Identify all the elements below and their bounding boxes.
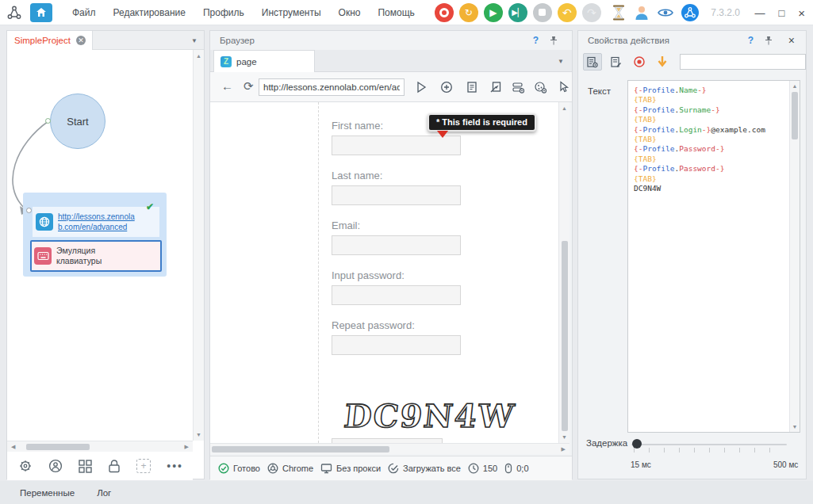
load-all-check-icon bbox=[388, 463, 399, 474]
profile-user-icon[interactable] bbox=[633, 4, 650, 21]
down-arrow-icon bbox=[657, 55, 668, 68]
refresh-icon[interactable]: ⟳ bbox=[244, 79, 254, 94]
editor-vertical-scrollbar[interactable]: ▲ ▼ bbox=[789, 81, 800, 432]
lock-icon[interactable] bbox=[108, 459, 121, 473]
record-button[interactable] bbox=[435, 3, 454, 22]
form-text-input[interactable] bbox=[332, 285, 461, 305]
status-load-mode[interactable]: Загружать все bbox=[388, 463, 461, 474]
clear-cache-icon[interactable] bbox=[512, 81, 524, 94]
page-tools-icon[interactable] bbox=[489, 81, 502, 94]
menu-item[interactable]: Окно bbox=[330, 0, 370, 25]
stop-button[interactable] bbox=[533, 3, 552, 22]
project-tab[interactable]: SimpleProject ✕ bbox=[7, 31, 93, 50]
undo-button[interactable]: ↶ bbox=[558, 3, 577, 22]
close-panel-icon[interactable]: × bbox=[788, 34, 795, 47]
browser-vertical-scrollbar[interactable]: ▲ ▼ bbox=[558, 102, 569, 443]
comment-view-button[interactable] bbox=[607, 53, 626, 71]
browser-toolbar: ← ⟳ bbox=[210, 72, 572, 102]
tabs-dropdown-icon[interactable]: ▼ bbox=[558, 58, 564, 65]
record-dot-icon bbox=[633, 55, 646, 68]
toolbar-misc bbox=[611, 3, 700, 22]
form-text-input[interactable] bbox=[332, 235, 461, 255]
browser-panel-title: Браузер bbox=[220, 36, 255, 45]
start-node[interactable]: Start bbox=[50, 94, 105, 149]
help-icon[interactable]: ? bbox=[533, 35, 539, 46]
code-line: {TAB} bbox=[634, 95, 790, 105]
maximize-button[interactable]: □ bbox=[778, 7, 784, 19]
project-horizontal-scrollbar[interactable]: ◀ ▶ bbox=[7, 441, 193, 452]
pin-icon[interactable] bbox=[550, 36, 558, 45]
goto-url-node[interactable]: http://lessons.zennola b.com/en/advanced bbox=[33, 207, 159, 237]
page-source-icon[interactable] bbox=[466, 81, 478, 94]
code-line: {TAB} bbox=[634, 135, 790, 144]
help-icon[interactable]: ? bbox=[748, 35, 754, 46]
close-button[interactable]: × bbox=[798, 6, 805, 20]
menu-item[interactable]: Файл bbox=[63, 0, 105, 25]
add-tab-icon[interactable] bbox=[440, 81, 453, 94]
status-proxy[interactable]: Без прокси bbox=[320, 463, 381, 474]
delay-slider-track[interactable] bbox=[631, 444, 787, 445]
settings-gear-icon[interactable] bbox=[18, 459, 33, 473]
bottom-tab[interactable]: Лог bbox=[97, 488, 111, 498]
properties-view-button[interactable] bbox=[583, 53, 602, 71]
menu-item[interactable]: Помощь bbox=[369, 0, 423, 25]
form-field-label: Last name: bbox=[332, 170, 461, 181]
goto-url-node-label[interactable]: http://lessons.zennola b.com/en/advanced bbox=[58, 212, 135, 232]
form-field-label: Repeat password: bbox=[332, 319, 461, 331]
minimize-button[interactable]: — bbox=[754, 7, 765, 19]
apply-down-button[interactable] bbox=[654, 53, 673, 71]
start-connector-dot[interactable] bbox=[45, 118, 51, 124]
tab-close-icon[interactable]: ✕ bbox=[76, 36, 86, 45]
code-line: {-Profile.Password-} bbox=[634, 164, 790, 174]
form-text-input[interactable] bbox=[332, 335, 461, 355]
profile-circle-icon[interactable] bbox=[48, 459, 63, 473]
flow-canvas[interactable]: Start http://lessons.zennola b.com/en/ad… bbox=[7, 50, 193, 441]
modules-grid-icon[interactable] bbox=[79, 460, 92, 473]
project-vertical-scrollbar[interactable]: ▲ ▼ bbox=[193, 50, 204, 441]
play-button[interactable]: ▶ bbox=[484, 3, 503, 22]
form-field-group: Last name: bbox=[332, 170, 461, 205]
browser-statusbar: Готово Chrome Без прокси Загружать в bbox=[210, 456, 572, 480]
url-input[interactable] bbox=[259, 78, 405, 96]
keyboard-text-editor[interactable]: {-Profile.Name-}{TAB}{-Profile.Surname-}… bbox=[627, 80, 800, 433]
browser-horizontal-scrollbar[interactable]: ▶ bbox=[210, 443, 569, 454]
record-action-button[interactable] bbox=[630, 53, 649, 71]
form-text-input[interactable] bbox=[332, 136, 461, 155]
browser-panel: Браузер ? Z page ▼ ← ⟳ bbox=[209, 30, 573, 479]
restart-button[interactable]: ↻ bbox=[459, 3, 478, 22]
bottom-tab[interactable]: Переменные bbox=[20, 488, 75, 498]
app-window: ФайлРедактированиеПрофильИнструментыОкно… bbox=[0, 0, 813, 504]
menu-item[interactable]: Редактирование bbox=[105, 0, 194, 25]
properties-search-input[interactable] bbox=[680, 54, 806, 70]
chrome-icon bbox=[267, 463, 278, 474]
pin-icon[interactable] bbox=[765, 36, 773, 45]
menu-item[interactable]: Инструменты bbox=[253, 0, 330, 25]
add-action-icon[interactable]: + bbox=[136, 459, 151, 473]
validation-tooltip-arrow bbox=[437, 131, 448, 138]
run-page-icon[interactable] bbox=[415, 81, 428, 94]
redo-button[interactable]: ↷ bbox=[582, 3, 601, 22]
keyboard-emulation-node[interactable]: Эмуляция клавиатуры bbox=[30, 240, 162, 272]
status-browser-engine[interactable]: Chrome bbox=[267, 463, 313, 474]
properties-panel-header: Свойства действия ? × bbox=[578, 31, 806, 50]
tab-dropdown-icon[interactable]: ▼ bbox=[191, 37, 197, 44]
page-tab[interactable]: Z page bbox=[213, 50, 315, 72]
form-text-input[interactable] bbox=[332, 185, 461, 205]
home-icon bbox=[36, 7, 47, 17]
form-field-group: Input password: bbox=[332, 269, 461, 305]
more-actions-button[interactable]: ••• bbox=[167, 460, 183, 472]
step-button[interactable]: ▶▏ bbox=[508, 3, 527, 22]
menu-item[interactable]: Профиль bbox=[194, 0, 253, 25]
browser-viewport[interactable]: First name:Last name:Email:Input passwor… bbox=[210, 102, 558, 443]
clear-cookies-icon[interactable] bbox=[534, 81, 546, 94]
zennoposter-blue-icon[interactable] bbox=[681, 3, 700, 22]
home-button[interactable] bbox=[30, 3, 52, 22]
status-timeout[interactable]: 150 bbox=[468, 463, 497, 474]
back-icon[interactable]: ← bbox=[221, 79, 233, 93]
hourglass-icon[interactable] bbox=[611, 4, 627, 21]
properties-toolbar bbox=[578, 50, 806, 74]
node-connector-dot[interactable] bbox=[26, 208, 32, 213]
select-element-cursor-icon[interactable] bbox=[557, 81, 569, 94]
text-field-label: Текст bbox=[588, 86, 611, 96]
eye-icon[interactable] bbox=[657, 6, 674, 19]
